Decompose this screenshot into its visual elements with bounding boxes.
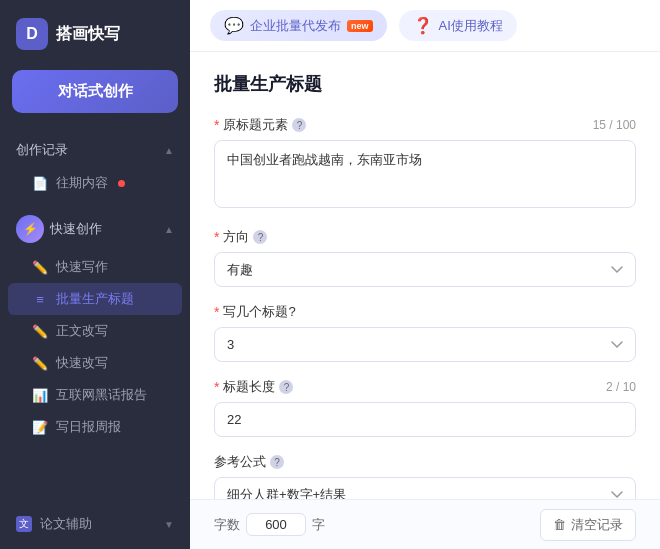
cta-button[interactable]: 对话式创作 [12,70,178,113]
field5-label: 参考公式 [214,453,266,471]
field-formula: 参考公式 ? 细分人群+数字+结果 [214,453,636,499]
field-original-element: 原标题元素 ? 15 / 100 [214,116,636,212]
field4-label: 标题长度 [223,378,275,396]
sidebar-logo: D 搭画快写 [0,0,190,66]
sidebar-item-rewrite-body[interactable]: ✏️ 正文改写 [0,315,190,347]
field5-info-icon[interactable]: ? [270,455,284,469]
sidebar-item-internet-report[interactable]: 📊 互联网黑话报告 [0,379,190,411]
field4-input[interactable] [214,402,636,437]
rewrite-icon: ✏️ [32,323,48,339]
field2-label: 方向 [223,228,249,246]
sidebar-item-quick-rewrite[interactable]: ✏️ 快速改写 [0,347,190,379]
logo-text: 搭画快写 [56,24,120,45]
quick-icon: ✏️ [32,355,48,371]
sidebar-item-label: 快速写作 [56,258,108,276]
topbar: 💬 企业批量代发布 new ❓ AI使用教程 [190,0,660,52]
sidebar-item-label: 批量生产标题 [56,290,134,308]
section-header-quick-create[interactable]: ⚡ 快速创作 ▲ [0,207,190,251]
section-label-creation-record: 创作记录 [16,141,68,159]
field4-label-row: 标题长度 ? 2 / 10 [214,378,636,396]
sidebar-item-batch-title[interactable]: ≡ 批量生产标题 [8,283,182,315]
sidebar-item-label: 快速改写 [56,354,108,372]
field2-label-row: 方向 ? [214,228,636,246]
ai-tutorial-button[interactable]: ❓ AI使用教程 [399,10,517,41]
field2-info-icon[interactable]: ? [253,230,267,244]
batch-publish-label: 企业批量代发布 [250,17,341,35]
clear-button-label: 清空记录 [571,516,623,534]
field-direction: 方向 ? 有趣 [214,228,636,287]
daily-icon: 📝 [32,419,48,435]
new-badge: new [347,20,373,32]
question-icon: ❓ [413,16,433,35]
word-count-suffix: 字 [312,516,325,534]
clear-button[interactable]: 🗑 清空记录 [540,509,636,541]
field1-label-row: 原标题元素 ? 15 / 100 [214,116,636,134]
sidebar: D 搭画快写 对话式创作 创作记录 ▲ 📄 往期内容 ⚡ 快速创作 ▲ ✏️ 快… [0,0,190,549]
sidebar-item-thesis[interactable]: 文 论文辅助 ▼ [0,507,190,549]
sidebar-item-past-content[interactable]: 📄 往期内容 [0,167,190,199]
chevron-up-icon: ▲ [164,145,174,156]
field2-select[interactable]: 有趣 [214,252,636,287]
section-header-creation-record[interactable]: 创作记录 ▲ [0,133,190,167]
field5-select[interactable]: 细分人群+数字+结果 [214,477,636,499]
sidebar-item-quick-write[interactable]: ✏️ 快速写作 [0,251,190,283]
chevron-up-icon2: ▲ [164,224,174,235]
batch-publish-button[interactable]: 💬 企业批量代发布 new [210,10,387,41]
sidebar-item-label: 写日报周报 [56,418,121,436]
trash-icon: 🗑 [553,517,566,532]
footer-bar: 字数 字 🗑 清空记录 [190,499,660,549]
logo-icon: D [16,18,48,50]
field1-count: 15 / 100 [593,118,636,132]
field5-label-row: 参考公式 ? [214,453,636,471]
form-content: 批量生产标题 原标题元素 ? 15 / 100 方向 ? 有趣 写几个标题? [190,52,660,499]
chevron-down-icon: ▼ [164,519,174,530]
word-count-area: 字数 字 [214,513,325,536]
field1-textarea[interactable] [214,140,636,208]
field4-count: 2 / 10 [606,380,636,394]
list-icon: ≡ [32,291,48,307]
section-quick-create: ⚡ 快速创作 ▲ ✏️ 快速写作 ≡ 批量生产标题 ✏️ 正文改写 ✏️ 快速改… [0,203,190,447]
sidebar-item-label: 正文改写 [56,322,108,340]
field1-info-icon[interactable]: ? [292,118,306,132]
sidebar-item-daily-report[interactable]: 📝 写日报周报 [0,411,190,443]
word-count-prefix: 字数 [214,516,240,534]
field3-label-row: 写几个标题? [214,303,636,321]
main-content: 💬 企业批量代发布 new ❓ AI使用教程 批量生产标题 原标题元素 ? 15… [190,0,660,549]
field4-info-icon[interactable]: ? [279,380,293,394]
edit-icon: ✏️ [32,259,48,275]
ai-tutorial-label: AI使用教程 [439,17,503,35]
user-avatar: ⚡ [16,215,44,243]
doc-icon: 📄 [32,175,48,191]
field-count: 写几个标题? 3 [214,303,636,362]
field-title-length: 标题长度 ? 2 / 10 [214,378,636,437]
batch-icon: 💬 [224,16,244,35]
sidebar-item-label: 往期内容 [56,174,108,192]
word-count-input[interactable] [246,513,306,536]
section-label-quick-create: 快速创作 [50,220,102,238]
field1-label: 原标题元素 [223,116,288,134]
report-icon: 📊 [32,387,48,403]
sidebar-bottom-label: 论文辅助 [40,515,92,533]
field3-label: 写几个标题? [223,303,295,321]
notification-dot [118,180,125,187]
page-title: 批量生产标题 [214,72,636,96]
thesis-icon: 文 [16,516,32,532]
field3-select[interactable]: 3 [214,327,636,362]
sidebar-item-label: 互联网黑话报告 [56,386,147,404]
section-creation-record: 创作记录 ▲ 📄 往期内容 [0,129,190,203]
